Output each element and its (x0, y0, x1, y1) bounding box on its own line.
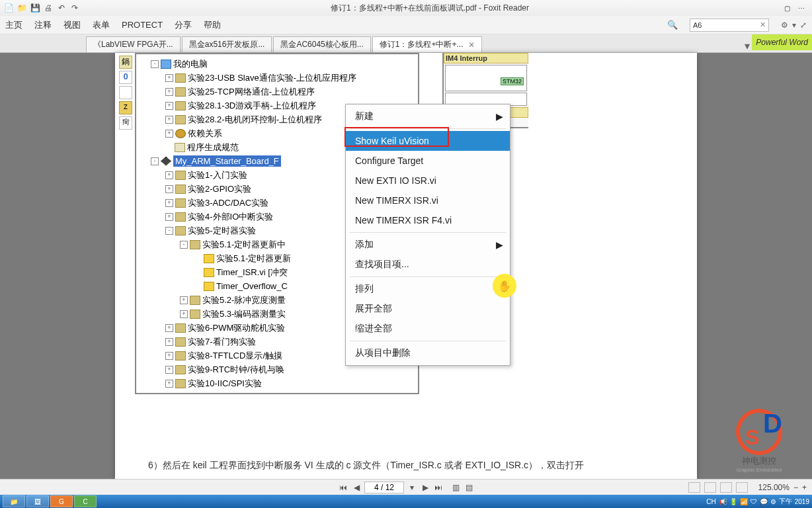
chevron-down-icon[interactable]: ▾ (792, 21, 796, 30)
tree-label: 实验23-USB Slave通信实验-上位机应用程序 (188, 72, 356, 84)
menu-item[interactable]: 缩进全部 (346, 319, 510, 339)
tab-current[interactable]: 修订1：多线程+中断+...✕ (372, 36, 483, 52)
expander-icon[interactable]: - (151, 157, 159, 165)
folder-icon (175, 171, 186, 180)
menu-protect[interactable]: PROTECT (122, 20, 163, 30)
menu-item[interactable]: New EXTI IO ISR.vi (346, 171, 510, 190)
menu-item[interactable]: 排列▶ (346, 279, 510, 299)
menu-item[interactable]: 展开全部 (346, 299, 510, 319)
open-icon[interactable]: 📁 (17, 3, 26, 13)
menu-item[interactable]: New TIMERX ISR.vi (346, 190, 510, 210)
expander-icon[interactable]: - (165, 227, 173, 235)
prev-page-icon[interactable]: ◀ (351, 482, 362, 493)
powerful-word-badge[interactable]: Powerful Word (752, 34, 812, 50)
view-cont-icon[interactable] (704, 482, 716, 493)
tray-icon[interactable]: 🛡 (751, 498, 757, 505)
menu-share[interactable]: 分享 (175, 19, 192, 31)
zoom-out-icon[interactable]: − (793, 483, 798, 492)
clear-icon[interactable]: ✕ (760, 21, 766, 29)
tray-icon[interactable]: 🔋 (729, 498, 737, 505)
folder-icon (175, 198, 186, 208)
print-icon[interactable]: 🖨 (44, 3, 53, 13)
expander-icon[interactable]: + (180, 296, 188, 304)
nav-btn[interactable]: ▤ (464, 482, 474, 493)
minimize-icon[interactable]: ▢ (780, 3, 793, 13)
expander-icon[interactable]: + (165, 324, 173, 332)
expander-icon[interactable]: + (165, 199, 173, 207)
view-single-icon[interactable] (688, 482, 700, 493)
menu-item[interactable]: Configure Target (346, 151, 510, 171)
page-navigator: ⏮ ◀ ▾ ▶ ⏭ ▥ ▤ (338, 482, 474, 493)
tab-ax516[interactable]: 黑金ax516开发板原... (182, 36, 272, 52)
menu-help[interactable]: 帮助 (204, 19, 221, 31)
taskbar-item[interactable]: C (74, 495, 97, 507)
expander-icon[interactable]: + (165, 171, 173, 179)
redo-icon[interactable]: ↷ (70, 3, 79, 13)
folder-icon (175, 185, 186, 194)
search-icon[interactable]: 🔍 (667, 20, 678, 30)
tab-dropdown-icon[interactable]: ▾ (745, 40, 750, 52)
menu-item[interactable]: 新建▶ (346, 106, 510, 126)
taskbar-item[interactable]: 🖼 (26, 495, 49, 507)
gear-icon[interactable]: ⚙ (781, 21, 788, 30)
expander-icon[interactable]: + (165, 74, 173, 82)
taskbar-item[interactable]: 📁 (3, 495, 25, 507)
new-icon[interactable]: 📄 (4, 3, 13, 13)
undo-icon[interactable]: ↶ (57, 3, 66, 13)
expander-icon[interactable]: + (165, 185, 173, 193)
expand-icon[interactable]: ⤢ (800, 21, 807, 30)
expander-icon[interactable]: + (165, 130, 173, 138)
save-icon[interactable]: 💾 (30, 3, 40, 13)
expander-icon[interactable]: + (165, 352, 173, 360)
last-page-icon[interactable]: ⏭ (433, 482, 444, 493)
tab-labview[interactable]: 《LabVIEW FPGA开... (86, 36, 181, 52)
expander-icon[interactable]: + (180, 310, 188, 318)
zoom-value: 125.00% (758, 483, 790, 492)
chip-label: STM32 (501, 77, 524, 85)
view-facing-icon[interactable] (720, 482, 732, 493)
tree-row[interactable]: +实验23-USB Slave通信实验-上位机应用程序 (136, 71, 418, 85)
expander-icon[interactable]: + (165, 116, 173, 124)
folder-icon (175, 73, 186, 83)
expander-icon[interactable]: + (165, 380, 173, 388)
expander-icon[interactable]: + (165, 366, 173, 374)
first-page-icon[interactable]: ⏮ (338, 482, 348, 493)
expander-icon[interactable]: + (165, 102, 173, 110)
menu-item[interactable]: Show Keil uVision (346, 131, 510, 151)
ime-indicator[interactable]: CH (706, 498, 715, 505)
tray-icon[interactable]: ⚙ (770, 498, 776, 505)
tray-icon[interactable]: 📶 (740, 498, 748, 505)
taskbar-item[interactable]: G (50, 495, 73, 507)
page-dropdown-icon[interactable]: ▾ (407, 482, 417, 493)
cursor-highlight: ✋ (493, 274, 516, 298)
menu-annot[interactable]: 注释 (34, 19, 52, 31)
tree-row[interactable]: +实验25-TCP网络通信-上位机程序 (136, 85, 418, 99)
page-input[interactable] (364, 482, 404, 493)
context-menu[interactable]: 新建▶Show Keil uVisionConfigure TargetNew … (345, 104, 510, 366)
expander-icon[interactable]: + (165, 88, 173, 96)
search-input[interactable]: A6 ✕ (690, 19, 769, 32)
menu-item[interactable]: 从项目中删除 (346, 343, 510, 363)
menu-item[interactable]: 添加▶ (346, 235, 510, 255)
tab-ac6045[interactable]: 黑金AC6045核心板用... (273, 36, 370, 52)
close-icon[interactable]: ✕ (468, 40, 475, 50)
next-page-icon[interactable]: ▶ (420, 482, 430, 493)
expander-icon[interactable]: - (180, 241, 188, 249)
tray-icon[interactable]: 📢 (719, 498, 727, 505)
menu-form[interactable]: 表单 (93, 19, 110, 31)
expander-icon[interactable]: - (151, 60, 159, 68)
tree-row[interactable]: +实验10-IIC/SPI实验 (136, 376, 418, 390)
expander-icon[interactable]: + (165, 213, 173, 221)
view-contfacing-icon[interactable] (736, 482, 748, 493)
menu-item[interactable]: 查找项目项... (346, 255, 510, 275)
help-icon[interactable]: ⋯ (795, 3, 808, 13)
menu-item[interactable]: New TIMERX ISR F4.vi (346, 210, 510, 230)
menu-view[interactable]: 视图 (63, 19, 81, 31)
nav-btn[interactable]: ▥ (450, 482, 461, 493)
tree-row[interactable]: -我的电脑 (136, 57, 418, 71)
expander-icon[interactable]: + (165, 338, 173, 346)
zoom-in-icon[interactable]: + (802, 483, 807, 492)
menu-home[interactable]: 主页 (5, 19, 22, 31)
tray-icon[interactable]: 💬 (760, 498, 768, 505)
tree-label: 实验25-TCP网络通信-上位机程序 (188, 86, 315, 98)
